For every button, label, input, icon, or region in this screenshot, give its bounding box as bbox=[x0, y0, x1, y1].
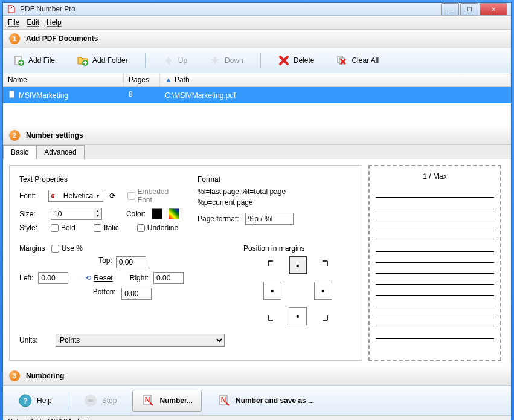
pos-bottom-right[interactable] bbox=[314, 307, 332, 325]
app-window: PDF Number Pro — ☐ ✕ File Edit Help 1 Ad… bbox=[2, 2, 512, 418]
up-button[interactable]: Up bbox=[158, 52, 192, 69]
svg-text:N: N bbox=[145, 396, 150, 404]
bold-checkbox[interactable] bbox=[51, 224, 59, 232]
minimize-button[interactable]: — bbox=[441, 3, 459, 15]
preview-line bbox=[376, 328, 494, 339]
pos-top-left[interactable] bbox=[263, 256, 281, 274]
number-label: Number... bbox=[159, 396, 193, 405]
format-hint-1: %l=last page,%t=total page bbox=[198, 187, 352, 196]
size-input[interactable] bbox=[51, 208, 94, 220]
reset-icon: ⟲ bbox=[85, 274, 91, 282]
menu-help[interactable]: Help bbox=[47, 18, 62, 27]
refresh-icon[interactable]: ⟳ bbox=[109, 192, 115, 200]
add-folder-button[interactable]: Add Folder bbox=[72, 52, 133, 69]
menu-edit[interactable]: Edit bbox=[27, 18, 39, 27]
status-text: Select 1 file MSIVMarketing bbox=[8, 418, 97, 420]
italic-checkbox[interactable] bbox=[94, 224, 101, 232]
svg-rect-5 bbox=[9, 91, 14, 98]
pos-mid-right[interactable]: ■ bbox=[314, 282, 332, 300]
down-button[interactable]: Down bbox=[204, 52, 248, 69]
spin-up-icon[interactable]: ▲ bbox=[94, 208, 101, 213]
color-label: Color: bbox=[126, 210, 146, 218]
add-file-label: Add File bbox=[28, 56, 55, 65]
section-numbering: 3 Numbering bbox=[3, 367, 511, 386]
column-headers: Name Pages ▲ Path bbox=[3, 73, 511, 87]
titlebar: PDF Number Pro — ☐ ✕ bbox=[3, 3, 511, 16]
stop-button[interactable]: Stop bbox=[75, 390, 126, 411]
file-path: C:\MSIVMarketing.pdf bbox=[160, 89, 511, 102]
pos-bottom-left[interactable] bbox=[263, 307, 281, 325]
help-button[interactable]: ? Help bbox=[10, 390, 60, 411]
position-group: Position in margins ■ ■ ■ ■ bbox=[243, 244, 352, 325]
bottom-input[interactable] bbox=[121, 288, 152, 300]
pos-mid-left[interactable]: ■ bbox=[263, 282, 281, 300]
color-swatch[interactable] bbox=[152, 208, 162, 219]
help-label: Help bbox=[37, 396, 52, 405]
add-file-button[interactable]: Add File bbox=[8, 52, 60, 69]
use-percent-checkbox[interactable] bbox=[51, 245, 59, 253]
bottom-label: Bottom: bbox=[93, 288, 118, 300]
top-label: Top: bbox=[98, 256, 112, 268]
spin-down-icon[interactable]: ▼ bbox=[94, 213, 101, 218]
reset-button[interactable]: ⟲ Reset bbox=[85, 274, 112, 282]
format-group: Format %l=last page,%t=total page %p=cur… bbox=[198, 175, 352, 236]
clear-all-button[interactable]: Clear All bbox=[331, 52, 384, 69]
preview-line bbox=[376, 241, 494, 252]
underline-checkbox[interactable] bbox=[137, 224, 145, 232]
text-properties: Text Properties Font: a Helvetica ▼ ⟳ Em… bbox=[19, 175, 179, 236]
chevron-down-icon: ▼ bbox=[95, 193, 100, 199]
window-title: PDF Number Pro bbox=[20, 5, 441, 13]
section-3-title: Numbering bbox=[26, 372, 64, 380]
clear-all-label: Clear All bbox=[352, 56, 379, 65]
right-input[interactable] bbox=[153, 272, 184, 284]
number-save-button[interactable]: N Number and save as ... bbox=[209, 390, 323, 411]
menu-file[interactable]: File bbox=[8, 18, 19, 27]
size-spinner[interactable]: ▲▼ bbox=[51, 208, 102, 220]
step-badge-3: 3 bbox=[9, 370, 20, 381]
file-list: Name Pages ▲ Path MSIVMarketing 8 C:\MSI… bbox=[3, 73, 511, 126]
number-button[interactable]: N Number... bbox=[132, 390, 202, 412]
font-label: Font: bbox=[19, 192, 42, 200]
bold-label: Bold bbox=[61, 224, 75, 232]
pos-center[interactable] bbox=[289, 282, 307, 300]
section-add-documents: 1 Add PDF Documents bbox=[3, 30, 511, 48]
font-select[interactable]: a Helvetica ▼ bbox=[48, 190, 103, 202]
down-icon bbox=[209, 54, 221, 66]
preview-line bbox=[376, 230, 494, 241]
section-2-title: Number settings bbox=[26, 131, 83, 140]
preview-line bbox=[376, 198, 494, 208]
step-badge-1: 1 bbox=[9, 33, 20, 44]
preview-pane: 1 / Max bbox=[368, 165, 501, 361]
section-number-settings: 2 Number settings bbox=[3, 126, 511, 145]
window-buttons: — ☐ ✕ bbox=[441, 3, 507, 15]
maximize-button[interactable]: ☐ bbox=[460, 3, 478, 15]
tab-basic[interactable]: Basic bbox=[3, 145, 36, 159]
col-path[interactable]: ▲ Path bbox=[160, 73, 511, 86]
tab-advanced[interactable]: Advanced bbox=[36, 145, 84, 159]
pos-top-right[interactable] bbox=[314, 256, 332, 274]
left-input[interactable] bbox=[38, 272, 68, 284]
color-picker-button[interactable] bbox=[169, 208, 179, 219]
page-format-input[interactable] bbox=[245, 213, 294, 225]
format-hint-2: %p=current page bbox=[198, 198, 352, 207]
pos-bottom-center[interactable]: ■ bbox=[289, 307, 307, 325]
units-select[interactable]: Points bbox=[56, 334, 225, 347]
right-label: Right: bbox=[130, 274, 149, 282]
up-label: Up bbox=[178, 56, 187, 65]
menubar: File Edit Help bbox=[3, 16, 511, 30]
use-percent-label: Use % bbox=[62, 244, 83, 253]
statusbar: Select 1 file MSIVMarketing bbox=[3, 415, 511, 420]
embed-font-checkbox[interactable] bbox=[127, 192, 135, 200]
bottom-toolbar: ? Help Stop N Number... N Number and sav… bbox=[3, 386, 511, 415]
number-icon: N bbox=[141, 394, 155, 407]
col-pages[interactable]: Pages bbox=[124, 73, 160, 86]
file-row[interactable]: MSIVMarketing 8 C:\MSIVMarketing.pdf bbox=[3, 87, 511, 103]
top-input[interactable] bbox=[116, 256, 146, 268]
col-name[interactable]: Name bbox=[3, 73, 124, 86]
close-button[interactable]: ✕ bbox=[480, 3, 507, 15]
delete-button[interactable]: Delete bbox=[273, 52, 320, 69]
file-pages: 8 bbox=[124, 89, 160, 102]
svg-text:?: ? bbox=[23, 397, 27, 405]
pdf-icon bbox=[8, 90, 16, 100]
pos-top-center[interactable]: ■ bbox=[289, 256, 307, 274]
